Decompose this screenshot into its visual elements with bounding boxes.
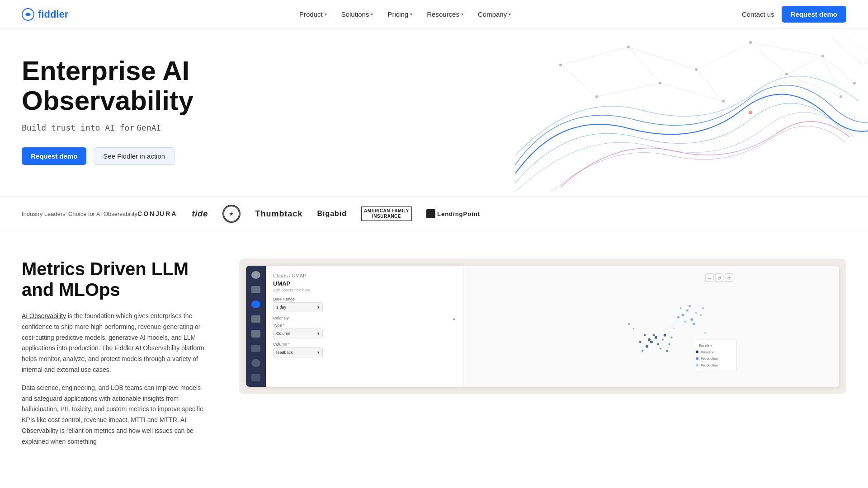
svg-line-1 — [561, 47, 628, 65]
svg-point-59 — [679, 307, 681, 309]
svg-line-65 — [651, 315, 683, 342]
features-title: Metrics Driven LLM and MLOps — [22, 258, 212, 300]
logo-link[interactable]: fiddler — [22, 8, 68, 21]
svg-point-41 — [660, 348, 661, 350]
features-section: Metrics Driven LLM and MLOps AI Observab… — [0, 231, 868, 482]
nav-resources[interactable]: Resources ▾ — [420, 7, 470, 22]
app-mockup: Charts / UMAP UMAP Add description here … — [239, 258, 846, 394]
svg-point-49 — [671, 337, 673, 338]
svg-text:↔: ↔ — [707, 276, 712, 281]
nav-company[interactable]: Company ▾ — [472, 7, 517, 22]
column-field: Column * feedback ▾ — [273, 342, 456, 357]
svg-point-23 — [722, 100, 725, 103]
navbar: fiddler Product ▾ Solutions ▾ Pricing ▾ … — [0, 0, 868, 29]
select-chevron-icon: ▾ — [317, 305, 320, 310]
logo-text: fiddler — [38, 9, 68, 20]
logos-label: Industry Leaders' Choice for AI Observab… — [22, 211, 137, 217]
svg-line-2 — [628, 47, 696, 70]
sidebar-star-icon — [251, 374, 260, 382]
column-select[interactable]: feedback ▾ — [273, 347, 323, 357]
logo-lendingpoint: LendingPoint — [426, 209, 480, 218]
svg-point-55 — [684, 321, 686, 323]
column-label: Column * — [273, 342, 456, 347]
svg-line-14 — [787, 56, 823, 74]
svg-line-8 — [696, 70, 723, 101]
type-chevron-icon: ▾ — [317, 331, 320, 336]
svg-text:Baseline: Baseline — [701, 350, 715, 354]
svg-text:Production: Production — [701, 357, 718, 361]
svg-point-47 — [666, 350, 668, 352]
svg-point-19 — [821, 55, 824, 57]
svg-line-5 — [823, 56, 854, 83]
sidebar-grid-icon — [251, 286, 260, 294]
svg-point-53 — [695, 312, 697, 314]
mockup-description: Add description here — [273, 288, 456, 292]
svg-point-63 — [704, 332, 706, 334]
svg-point-61 — [628, 323, 630, 325]
svg-point-15 — [559, 64, 562, 66]
logo-amfam: AMERICAN FAMILYINSURANCE — [361, 206, 412, 221]
svg-line-13 — [787, 74, 841, 97]
fiddler-logo-icon — [22, 8, 34, 21]
type-label: Type * — [273, 323, 456, 328]
svg-text:↺: ↺ — [717, 276, 721, 281]
svg-point-45 — [639, 341, 642, 343]
sidebar-pin-icon — [251, 330, 260, 338]
svg-point-20 — [853, 82, 856, 84]
nav-solutions[interactable]: Solutions ▾ — [335, 7, 380, 22]
svg-text:Baseline: Baseline — [698, 343, 712, 347]
ai-observability-link[interactable]: AI Observability — [22, 312, 66, 319]
svg-line-6 — [561, 65, 597, 97]
svg-point-62 — [633, 328, 634, 329]
svg-text:Production: Production — [701, 363, 718, 367]
chevron-down-icon: ▾ — [325, 12, 327, 17]
features-body-1: AI Observability is the foundation which… — [22, 311, 212, 375]
logo-tide: tide — [192, 209, 208, 219]
contact-link[interactable]: Contact us — [742, 10, 774, 18]
nav-pricing[interactable]: Pricing ▾ — [381, 7, 419, 22]
svg-text:⟳: ⟳ — [727, 276, 731, 281]
hero-demo-button[interactable]: Request demo — [22, 147, 86, 165]
type-select[interactable]: Column ▾ — [273, 328, 323, 338]
hero-visual — [470, 29, 868, 196]
collapse-icon[interactable]: ▲ — [452, 316, 456, 321]
svg-point-17 — [695, 68, 698, 71]
svg-point-24 — [785, 73, 788, 75]
svg-line-66 — [665, 310, 688, 335]
hero-section: Enterprise AI Observability Build trust … — [0, 29, 868, 196]
date-range-select[interactable]: 1 day ▾ — [273, 302, 323, 312]
svg-point-58 — [693, 323, 695, 325]
mockup-chart-area: ↔ ↺ ⟳ — [463, 266, 839, 387]
features-text: Metrics Driven LLM and MLOps AI Observab… — [22, 258, 212, 455]
column-chevron-icon: ▾ — [317, 350, 320, 355]
logo-thumbtack: Thumbtack — [255, 209, 302, 219]
svg-point-57 — [700, 314, 702, 316]
request-demo-button[interactable]: Request demo — [782, 6, 846, 23]
hero-buttons: Request demo See Fiddler in action — [22, 147, 293, 165]
svg-text:★: ★ — [229, 211, 234, 216]
color-by-label: Color By — [273, 316, 289, 320]
svg-point-21 — [595, 95, 598, 98]
umap-chart: ↔ ↺ ⟳ — [468, 270, 835, 382]
svg-point-38 — [657, 343, 659, 345]
features-body-2: Data science, engineering, and LOB teams… — [22, 383, 212, 447]
svg-point-60 — [702, 307, 704, 309]
svg-line-11 — [660, 83, 723, 101]
hero-action-button[interactable]: See Fiddler in action — [94, 147, 175, 165]
svg-point-56 — [689, 305, 691, 307]
svg-point-25 — [840, 95, 842, 98]
date-range-field: Date Range 1 day ▾ — [273, 297, 456, 312]
svg-line-4 — [750, 42, 823, 56]
mockup-sidebar — [246, 266, 266, 387]
svg-point-64 — [673, 328, 675, 329]
mockup-chart-title: UMAP — [273, 280, 456, 287]
svg-line-12 — [750, 42, 787, 74]
svg-point-43 — [662, 339, 664, 341]
svg-point-37 — [646, 345, 648, 348]
svg-point-46 — [669, 343, 670, 345]
features-image: Charts / UMAP UMAP Add description here … — [239, 258, 846, 394]
sidebar-active-icon — [251, 300, 260, 308]
date-range-label: Date Range — [273, 297, 456, 301]
svg-point-16 — [627, 46, 630, 48]
nav-product[interactable]: Product ▾ — [293, 7, 333, 22]
